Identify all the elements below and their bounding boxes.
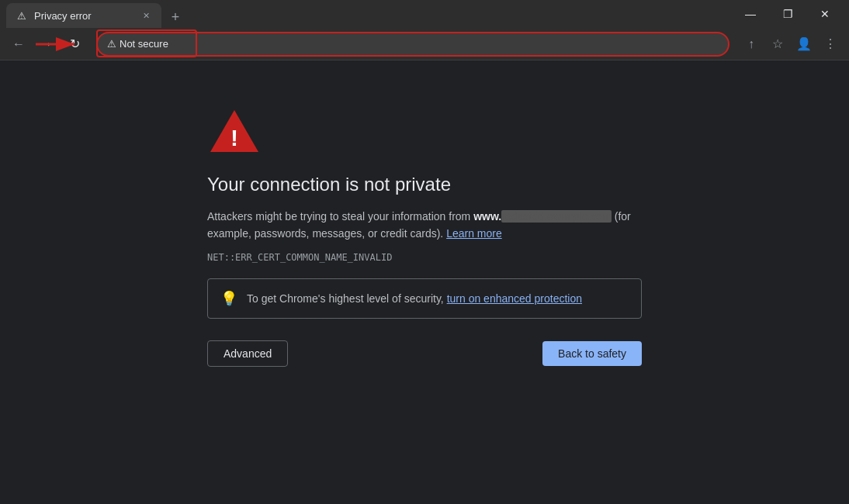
back-button[interactable]: ← [6, 32, 31, 57]
close-button[interactable]: ✕ [807, 0, 843, 28]
warning-icon-wrap: ! [207, 107, 642, 155]
minimize-button[interactable]: — [733, 0, 768, 28]
active-tab[interactable]: ⚠ Privacy error ✕ [6, 3, 161, 28]
title-bar: ⚠ Privacy error ✕ + — ❐ ✕ [0, 0, 849, 28]
tab-close-btn[interactable]: ✕ [140, 9, 152, 22]
reload-button[interactable]: ↻ [62, 32, 87, 57]
error-code: NET::ERR_CERT_COMMON_NAME_INVALID [207, 252, 642, 263]
forward-button[interactable]: → [34, 32, 59, 57]
tab-title: Privacy error [34, 10, 133, 22]
advanced-button[interactable]: Advanced [207, 340, 288, 367]
blurred-domain: redacted.example.com [501, 210, 612, 223]
share-button[interactable]: ↑ [739, 32, 764, 57]
toolbar-actions: ↑ ☆ 👤 ⋮ [739, 32, 843, 57]
new-tab-button[interactable]: + [165, 6, 186, 28]
bookmark-button[interactable]: ☆ [765, 32, 790, 57]
error-description: Attackers might be trying to steal your … [207, 208, 642, 243]
enhanced-protection-link[interactable]: turn on enhanced protection [447, 292, 582, 305]
security-tip-box: 💡 To get Chrome's highest level of secur… [207, 278, 642, 319]
tip-icon: 💡 [220, 290, 237, 307]
address-bar[interactable]: ⚠ Not secure [96, 32, 729, 57]
menu-button[interactable]: ⋮ [818, 32, 843, 57]
warning-triangle-svg: ! [207, 107, 262, 155]
tab-strip: ⚠ Privacy error ✕ + [6, 0, 733, 28]
error-container: ! Your connection is not private Attacke… [207, 107, 642, 367]
security-badge[interactable]: ⚠ Not secure [107, 38, 168, 50]
site-name: www. [473, 210, 501, 223]
error-title: Your connection is not private [207, 174, 642, 195]
profile-button[interactable]: 👤 [792, 32, 816, 57]
tip-text: To get Chrome's highest level of securit… [247, 292, 582, 305]
warning-icon: ⚠ [107, 38, 116, 50]
tab-icon: ⚠ [16, 9, 28, 22]
security-label: Not secure [120, 38, 168, 50]
svg-text:!: ! [230, 125, 238, 150]
window-controls: — ❐ ✕ [733, 0, 843, 28]
learn-more-link[interactable]: Learn more [446, 227, 502, 240]
back-to-safety-button[interactable]: Back to safety [542, 341, 642, 366]
browser-content: ! Your connection is not private Attacke… [0, 60, 849, 504]
description-prefix: Attackers might be trying to steal your … [207, 210, 473, 223]
maximize-button[interactable]: ❐ [770, 0, 806, 28]
toolbar: ← → ↻ ⚠ Not secure ↑ ☆ 👤 ⋮ [0, 28, 849, 60]
address-bar-wrapper: ⚠ Not secure [96, 32, 729, 57]
button-row: Advanced Back to safety [207, 340, 642, 367]
